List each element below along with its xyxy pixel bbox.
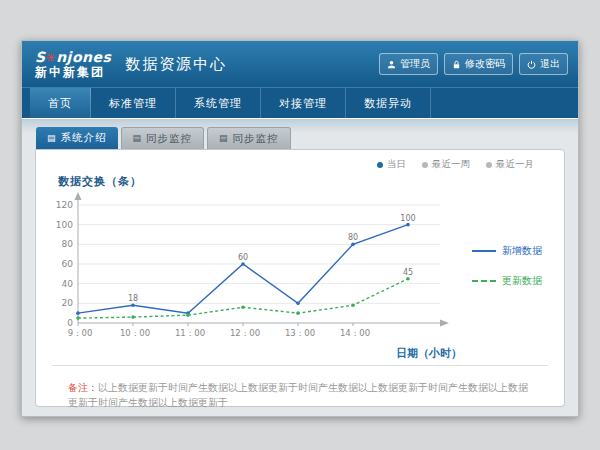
- svg-text:11：00: 11：00: [175, 328, 205, 338]
- tab-sync-monitor-1[interactable]: ▤ 同步监控: [121, 127, 205, 149]
- x-axis-title: 日期（小时）: [396, 347, 462, 360]
- content-area: ▤ 系统介绍 ▤ 同步监控 ▤ 同步监控 当日: [22, 119, 578, 416]
- main-nav: 首页 标准管理 系统管理 对接管理 数据异动: [22, 87, 578, 118]
- legend-item-update-data[interactable]: 更新数据: [472, 274, 542, 288]
- filter-label: 最近一周: [432, 158, 470, 171]
- user-icon: [387, 60, 396, 69]
- nav-item-data-changes[interactable]: 数据异动: [346, 88, 431, 118]
- chart-panel: 当日 最近一周 最近一月 数据交换（条） 日期（小时） 020406: [35, 149, 565, 407]
- svg-text:120: 120: [56, 200, 73, 210]
- tab-label: 系统介绍: [61, 131, 107, 145]
- tab-sync-monitor-2[interactable]: ▤ 同步监控: [207, 127, 291, 149]
- time-filter-legend: 当日 最近一周 最近一月: [48, 158, 552, 171]
- svg-text:40: 40: [62, 279, 74, 289]
- svg-text:80: 80: [62, 239, 74, 249]
- lock-icon: [452, 60, 461, 69]
- series-label: 新增数据: [502, 244, 542, 258]
- legend-dot-icon: [422, 162, 428, 168]
- line-chart: 日期（小时） 0204060801001209：0010：0011：0012：0…: [48, 189, 468, 361]
- filter-label: 最近一月: [496, 158, 534, 171]
- tab-bar: ▤ 系统介绍 ▤ 同步监控 ▤ 同步监控: [36, 127, 565, 149]
- admin-user-button[interactable]: 管理员: [379, 53, 438, 75]
- filter-last-week[interactable]: 最近一周: [422, 158, 470, 171]
- svg-text:20: 20: [62, 298, 74, 308]
- svg-text:14：00: 14：00: [340, 328, 370, 338]
- svg-text:13：00: 13：00: [285, 328, 315, 338]
- logo-wordmark: S✳njones: [35, 49, 111, 66]
- tab-system-intro[interactable]: ▤ 系统介绍: [36, 127, 118, 149]
- brand-logo: S✳njones 新中新集团: [22, 49, 111, 80]
- change-password-button[interactable]: 修改密码: [444, 53, 513, 75]
- change-password-label: 修改密码: [465, 57, 505, 71]
- admin-user-label: 管理员: [400, 57, 430, 71]
- svg-text:60: 60: [238, 253, 248, 262]
- svg-text:80: 80: [348, 233, 358, 242]
- app-header: S✳njones 新中新集团 数据资源中心 管理员 修改密码: [22, 41, 578, 87]
- filter-label: 当日: [387, 158, 406, 171]
- legend-dot-icon: [377, 162, 383, 168]
- nav-item-connection-management[interactable]: 对接管理: [261, 88, 346, 118]
- svg-text:12：00: 12：00: [230, 328, 260, 338]
- series-label: 更新数据: [502, 274, 542, 288]
- nav-item-standard-management[interactable]: 标准管理: [91, 88, 176, 118]
- note-text: 以上数据更新于时间产生数据以上数据更新于时间产生数据以上数据更新于时间产生数据以…: [68, 382, 528, 408]
- svg-text:100: 100: [400, 214, 415, 223]
- y-axis-title: 数据交换（条）: [58, 174, 552, 189]
- svg-text:18: 18: [128, 294, 138, 303]
- logo-star-icon: ✳: [46, 51, 57, 65]
- svg-text:0: 0: [67, 318, 73, 328]
- power-icon: [527, 60, 536, 69]
- dashed-line-icon: [472, 280, 496, 282]
- svg-text:9：00: 9：00: [68, 328, 93, 338]
- header-actions: 管理员 修改密码 退出: [379, 53, 568, 75]
- svg-text:45: 45: [403, 268, 413, 277]
- app-window: S✳njones 新中新集团 数据资源中心 管理员 修改密码: [21, 40, 579, 417]
- monitor-icon: ▤: [133, 134, 143, 143]
- chart-row: 日期（小时） 0204060801001209：0010：0011：0012：0…: [48, 189, 552, 361]
- nav-item-home[interactable]: 首页: [30, 88, 91, 118]
- document-icon: ▤: [47, 134, 57, 143]
- legend-item-new-data[interactable]: 新增数据: [472, 244, 542, 258]
- tab-label: 同步监控: [146, 132, 192, 146]
- filter-last-month[interactable]: 最近一月: [486, 158, 534, 171]
- series-legend: 新增数据 更新数据: [472, 244, 542, 288]
- note-label: 备注：: [68, 382, 98, 393]
- svg-text:60: 60: [62, 259, 74, 269]
- svg-text:10：00: 10：00: [120, 328, 150, 338]
- page-title: 数据资源中心: [125, 55, 227, 74]
- nav-item-system-management[interactable]: 系统管理: [176, 88, 261, 118]
- solid-line-icon: [472, 250, 496, 252]
- divider: [52, 365, 548, 366]
- svg-text:100: 100: [56, 220, 73, 230]
- logout-button[interactable]: 退出: [519, 53, 568, 75]
- desktop-background: S✳njones 新中新集团 数据资源中心 管理员 修改密码: [0, 0, 600, 450]
- legend-dot-icon: [486, 162, 492, 168]
- footer-note: 备注：以上数据更新于时间产生数据以上数据更新于时间产生数据以上数据更新于时间产生…: [48, 380, 552, 410]
- filter-today[interactable]: 当日: [377, 158, 406, 171]
- tab-label: 同步监控: [233, 132, 279, 146]
- logout-label: 退出: [540, 57, 560, 71]
- monitor-icon: ▤: [219, 134, 229, 143]
- logo-subtitle: 新中新集团: [35, 66, 111, 80]
